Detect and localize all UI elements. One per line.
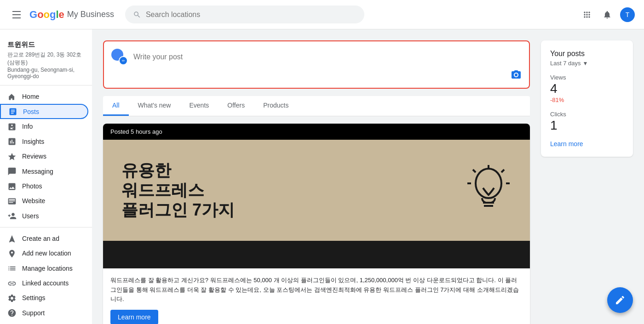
right-panel: Your posts Last 7 days ▼ Views 4 -81% Cl… xyxy=(541,40,633,313)
business-addr2: Bundang-gu, Seongnam-si, Gyeonggi-do xyxy=(7,67,85,80)
header: Google My Business T xyxy=(0,0,644,29)
chevron-down-icon: ▼ xyxy=(583,60,588,67)
sidebar-item-home[interactable]: Home xyxy=(0,89,88,104)
views-value: 4 xyxy=(550,81,624,97)
post-body: 워드프레스를 잘 활용하고 계신가요? 워드프레스에는 50,000 개 이상의… xyxy=(103,268,530,324)
header-actions: T xyxy=(578,6,637,24)
app-grid-button[interactable] xyxy=(578,6,596,24)
sidebar-item-info[interactable]: Info xyxy=(0,119,88,134)
sidebar-item-posts-label: Posts xyxy=(23,108,39,115)
sidebar-item-settings[interactable]: Settings xyxy=(0,290,92,305)
help-icon xyxy=(7,308,17,318)
post-image-text: 유용한 워드프레스 플러그인 7가지 xyxy=(121,160,456,220)
search-box[interactable] xyxy=(125,6,364,23)
home-icon xyxy=(7,91,17,101)
sidebar-item-users[interactable]: Users xyxy=(0,208,88,223)
photo-icon xyxy=(7,181,17,191)
sidebar-item-reviews-label: Reviews xyxy=(22,153,46,160)
sidebar-item-info-label: Info xyxy=(22,123,33,130)
post-main: ✏ All What's new Events Offers Products xyxy=(103,40,530,313)
posts-icon xyxy=(8,107,17,116)
post-image-line3: 플러그인 7가지 xyxy=(121,200,456,220)
manage-locations-icon xyxy=(7,263,17,273)
your-posts-card: Your posts Last 7 days ▼ Views 4 -81% Cl… xyxy=(541,40,633,157)
clicks-value: 1 xyxy=(550,118,624,133)
post-image: 유용한 워드프레스 플러그인 7가지 xyxy=(103,140,530,268)
user-avatar: T xyxy=(620,7,635,22)
sidebar-item-manage-locations[interactable]: Manage locations xyxy=(0,261,92,275)
sidebar-item-create-ad-label: Create an ad xyxy=(22,235,59,242)
sidebar-item-photos[interactable]: Photos xyxy=(0,179,88,193)
sidebar-item-manage-locations-label: Manage locations xyxy=(22,265,73,272)
compose-fab[interactable] xyxy=(607,287,633,313)
sidebar-item-photos-label: Photos xyxy=(22,182,42,190)
main-layout: 트윈위드 판교로 289번길 20, 3동 302호 (삼평동) Bundang… xyxy=(0,29,644,324)
write-post-input[interactable] xyxy=(133,53,522,61)
views-label: Views xyxy=(550,74,624,81)
star-icon xyxy=(7,151,17,161)
sidebar-item-create-ad[interactable]: Create an ad xyxy=(0,231,92,246)
avatar[interactable]: T xyxy=(618,6,637,24)
tab-products[interactable]: Products xyxy=(254,96,298,116)
sidebar-item-insights[interactable]: Insights xyxy=(0,134,88,149)
sidebar-item-home-label: Home xyxy=(22,93,39,100)
sidebar-item-website-label: Website xyxy=(22,197,45,205)
tab-all[interactable]: All xyxy=(103,96,129,116)
sidebar-item-support[interactable]: Support xyxy=(0,306,92,320)
post-avatar: ✏ xyxy=(111,49,128,65)
views-change: -81% xyxy=(550,97,624,103)
menu-button[interactable] xyxy=(7,6,26,24)
post-image-bottom-bar xyxy=(103,241,530,268)
business-name: 트윈위드 xyxy=(7,40,85,49)
link-icon xyxy=(7,278,17,288)
sidebar-item-add-location-label: Add new location xyxy=(22,250,71,257)
your-posts-period[interactable]: Last 7 days ▼ xyxy=(550,60,624,67)
google-logo[interactable]: Google My Business xyxy=(29,9,114,21)
settings-icon xyxy=(7,293,17,303)
post-tabs: All What's new Events Offers Products xyxy=(103,96,530,116)
nav-divider xyxy=(0,227,92,227)
post-body-text: 워드프레스를 잘 활용하고 계신가요? 워드프레스에는 50,000 개 이상의… xyxy=(110,276,523,304)
content-area: ✏ All What's new Events Offers Products xyxy=(92,29,644,324)
post-card-header: Posted 5 hours ago xyxy=(103,124,530,140)
svg-line-5 xyxy=(473,170,476,172)
add-location-icon xyxy=(7,249,17,258)
sidebar: 트윈위드 판교로 289번길 20, 3동 302호 (삼평동) Bundang… xyxy=(0,29,92,324)
sidebar-item-linked-accounts-label: Linked accounts xyxy=(22,279,69,287)
website-icon xyxy=(7,196,17,206)
users-icon xyxy=(7,211,17,221)
sidebar-item-insights-label: Insights xyxy=(22,138,44,145)
tab-events[interactable]: Events xyxy=(180,96,218,116)
period-label: Last 7 days xyxy=(550,60,581,67)
sidebar-item-add-location[interactable]: Add new location xyxy=(0,246,92,261)
ad-icon xyxy=(7,233,17,243)
post-card: Posted 5 hours ago 유용한 워드프레스 플러그인 7가지 xyxy=(103,124,530,324)
info-icon xyxy=(7,122,17,131)
lightbulb-icon xyxy=(466,163,512,218)
sidebar-item-website[interactable]: Website xyxy=(0,193,88,208)
learn-more-button[interactable]: Learn more xyxy=(110,310,158,324)
svg-line-4 xyxy=(501,170,504,172)
business-info: 트윈위드 판교로 289번길 20, 3동 302호 (삼평동) Bundang… xyxy=(0,33,92,85)
message-icon xyxy=(7,166,17,176)
sidebar-item-linked-accounts[interactable]: Linked accounts xyxy=(0,276,92,290)
sidebar-item-users-label: Users xyxy=(22,212,39,220)
tab-offers[interactable]: Offers xyxy=(218,96,254,116)
insights-icon xyxy=(7,136,17,146)
notifications-button[interactable] xyxy=(598,6,616,24)
learn-more-link[interactable]: Learn more xyxy=(550,140,583,148)
write-post-box[interactable]: ✏ xyxy=(103,40,530,89)
tab-whats-new[interactable]: What's new xyxy=(129,96,180,116)
sidebar-item-reviews[interactable]: Reviews xyxy=(0,149,88,164)
avatar-circle-edit: ✏ xyxy=(119,56,128,65)
camera-icon[interactable] xyxy=(511,69,522,80)
sidebar-item-posts[interactable]: Posts xyxy=(0,104,88,119)
your-posts-title: Your posts xyxy=(550,50,624,58)
clicks-label: Clicks xyxy=(550,111,624,118)
search-input[interactable] xyxy=(146,11,356,19)
sidebar-item-messaging-label: Messaging xyxy=(22,168,53,175)
search-icon xyxy=(133,10,141,19)
business-addr1: 판교로 289번길 20, 3동 302호 (삼평동) xyxy=(7,51,85,67)
sidebar-item-messaging[interactable]: Messaging xyxy=(0,164,88,178)
app-title: My Business xyxy=(67,10,114,19)
